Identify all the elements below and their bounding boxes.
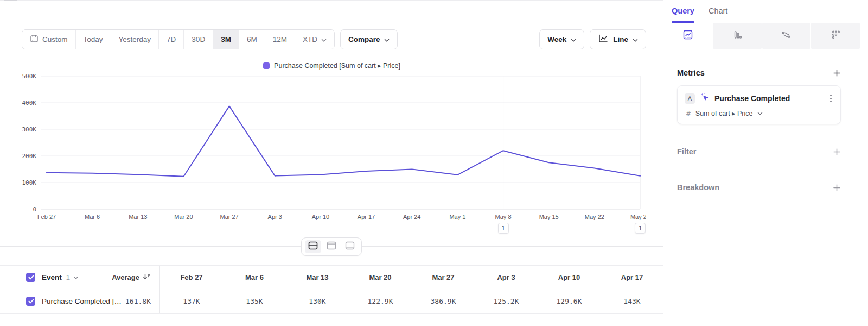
date-column-header[interactable]: Mar 6 (223, 266, 286, 289)
table-value-cell: 386.9K (412, 289, 475, 313)
filter-title: Filter (677, 147, 696, 156)
flows-icon (781, 29, 792, 42)
table-header-row: Event 1 Average Feb 27Mar 6Mar 13Mar 20M… (0, 265, 663, 289)
date-range-3m[interactable]: 3M (213, 30, 239, 49)
row-average-cell: 161.8K (123, 289, 160, 313)
row-name-label: Purchase Completed [Sum of cart ▸ Price] (42, 297, 123, 305)
chevron-down-icon (571, 36, 576, 44)
breakdown-title: Breakdown (677, 183, 719, 192)
table-only-icon (344, 241, 356, 253)
average-value: 161.8K (125, 297, 151, 305)
table-value-cell: 135K (223, 289, 286, 313)
metric-card[interactable]: A Purchase Completed # Sum of cart ▸ Pri… (677, 85, 841, 124)
date-range-custom[interactable]: Custom (22, 30, 76, 49)
date-range-7d[interactable]: 7D (159, 30, 184, 49)
layout-toggle-table-only[interactable] (342, 240, 358, 253)
layout-toggle-split-view[interactable] (305, 240, 321, 253)
add-metric-button[interactable] (833, 69, 841, 77)
select-all-checkbox[interactable] (26, 273, 35, 282)
report-type-tab-insights[interactable] (663, 23, 712, 49)
layout-toggle-group (301, 237, 362, 256)
granularity-button[interactable]: Week (539, 29, 584, 49)
row-checkbox[interactable] (26, 297, 35, 306)
calendar-icon (30, 34, 39, 45)
date-range-12m[interactable]: 12M (265, 30, 295, 49)
results-table: Event 1 Average Feb 27Mar 6Mar 13Mar 20M… (0, 265, 663, 314)
panel-tab-chart[interactable]: Chart (709, 7, 727, 23)
date-column-header[interactable]: Apr 10 (538, 266, 601, 289)
metrics-title: Metrics (677, 68, 705, 77)
annotation-badge[interactable]: 1 (635, 223, 646, 234)
retention-icon (830, 29, 841, 42)
date-column-header[interactable]: Mar 27 (412, 266, 475, 289)
granularity-label: Week (547, 35, 566, 43)
svg-text:Mar 20: Mar 20 (174, 214, 193, 220)
chart-type-button[interactable]: Line (590, 29, 646, 49)
date-range-30d[interactable]: 30D (184, 30, 213, 49)
svg-text:500K: 500K (22, 73, 37, 80)
date-header-cells: Feb 27Mar 6Mar 13Mar 20Mar 27Apr 3Apr 10… (160, 266, 663, 289)
date-range-6m[interactable]: 6M (239, 30, 265, 49)
chart-only-icon (326, 241, 337, 253)
table-value-cell: 143K (601, 289, 663, 313)
date-column-header[interactable]: Feb 27 (160, 266, 223, 289)
svg-text:Apr 3: Apr 3 (268, 214, 282, 220)
report-type-tab-retention[interactable] (811, 23, 860, 49)
line-chart-svg: 0100K200K300K400K500KFeb 27Mar 6Mar 13Ma… (22, 71, 646, 228)
compare-button[interactable]: Compare (340, 29, 398, 49)
svg-text:Apr 10: Apr 10 (312, 214, 329, 220)
panel-body: Metrics A Purchase Completed # Sum of ca… (663, 68, 868, 192)
add-filter-button[interactable] (833, 148, 841, 156)
metrics-section-header: Metrics (677, 68, 841, 77)
table-value-cell: 129.6K (538, 289, 601, 313)
event-count: 1 (66, 273, 70, 281)
funnels-icon (732, 29, 743, 42)
date-range-yesterday[interactable]: Yesterday (111, 30, 159, 49)
report-type-tab-flows[interactable] (762, 23, 811, 49)
table-value-cell: 137K (160, 289, 223, 313)
svg-text:May 8: May 8 (495, 214, 512, 220)
aggregation-selector[interactable]: # Sum of cart ▸ Price (685, 108, 834, 118)
event-header-label: Event (42, 273, 62, 281)
add-breakdown-button[interactable] (833, 184, 841, 192)
event-header-cell[interactable]: Event 1 (0, 266, 106, 289)
report-type-tab-funnels[interactable] (713, 23, 762, 49)
query-panel: QueryChart Metrics A Purchase Completed … (663, 0, 868, 326)
line-chart-icon (598, 34, 609, 45)
date-range-xtd[interactable]: XTD (295, 30, 334, 49)
average-header-cell[interactable]: Average (106, 266, 160, 289)
layout-toggle-chart-only[interactable] (323, 240, 340, 253)
annotation-badge[interactable]: 1 (498, 223, 509, 234)
svg-text:Mar 6: Mar 6 (85, 214, 100, 220)
chevron-down-icon (384, 36, 390, 44)
filter-section-header: Filter (677, 147, 841, 156)
table-value-cell: 122.9K (349, 289, 412, 313)
svg-text:100K: 100K (22, 179, 37, 186)
date-column-header[interactable]: Mar 13 (286, 266, 349, 289)
date-column-header[interactable]: Mar 20 (349, 266, 412, 289)
kebab-menu-icon[interactable] (828, 93, 834, 103)
svg-text:Apr 17: Apr 17 (358, 214, 375, 220)
table-value-cell: 130K (286, 289, 349, 313)
date-column-header[interactable]: Apr 17 (601, 266, 663, 289)
table-value-cell: 125.2K (475, 289, 538, 313)
display-controls: Week Line (539, 29, 646, 49)
date-range-today[interactable]: Today (76, 30, 111, 49)
row-value-cells: 137K135K130K122.9K386.9K125.2K129.6K143K (160, 289, 663, 313)
chart-toolbar: CustomTodayYesterday7D30D3M6M12MXTD Comp… (22, 29, 646, 49)
row-name-cell: Purchase Completed [Sum of cart ▸ Price] (0, 289, 123, 313)
svg-text:Apr 24: Apr 24 (403, 214, 420, 220)
svg-text:May 29: May 29 (630, 214, 646, 220)
report-main-area: CustomTodayYesterday7D30D3M6M12MXTD Comp… (0, 0, 663, 326)
aggregation-label: Sum of cart ▸ Price (695, 109, 753, 117)
date-column-header[interactable]: Apr 3 (475, 266, 538, 289)
average-header-label: Average (112, 273, 139, 281)
legend-label: Purchase Completed [Sum of cart ▸ Price] (274, 61, 400, 70)
chart-type-label: Line (613, 35, 628, 43)
table-row[interactable]: Purchase Completed [Sum of cart ▸ Price]… (0, 289, 663, 314)
metric-event-name: Purchase Completed (714, 94, 823, 103)
panel-tabs: QueryChart (663, 0, 868, 23)
date-range-segmented-control: CustomTodayYesterday7D30D3M6M12MXTD (22, 29, 335, 49)
breakdown-section-header: Breakdown (677, 183, 841, 192)
panel-tab-query[interactable]: Query (672, 7, 694, 23)
